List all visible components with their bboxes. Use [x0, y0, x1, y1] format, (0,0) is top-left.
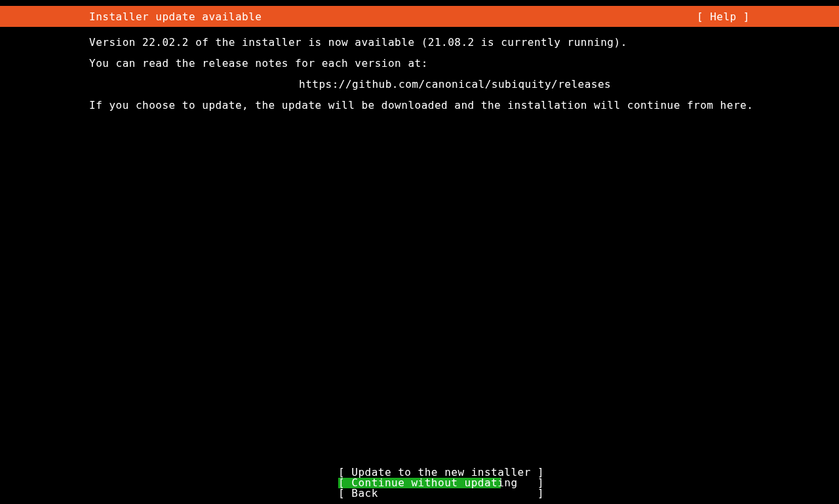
page-title: Installer update available — [89, 10, 262, 23]
update-info-line: If you choose to update, the update will… — [89, 95, 750, 116]
button-group: [ Update to the new installer ] [ Contin… — [0, 467, 839, 499]
help-button[interactable]: [ Help ] — [697, 10, 750, 23]
header-bar: Installer update available [ Help ] — [0, 6, 839, 27]
body-content: Version 22.02.2 of the installer is now … — [0, 27, 839, 116]
release-notes-intro-line: You can read the release notes for each … — [89, 53, 750, 74]
version-info-line: Version 22.02.2 of the installer is now … — [89, 32, 750, 53]
back-button[interactable]: [ Back ] — [338, 488, 501, 499]
release-notes-url: https://github.com/canonical/subiquity/r… — [89, 74, 750, 95]
